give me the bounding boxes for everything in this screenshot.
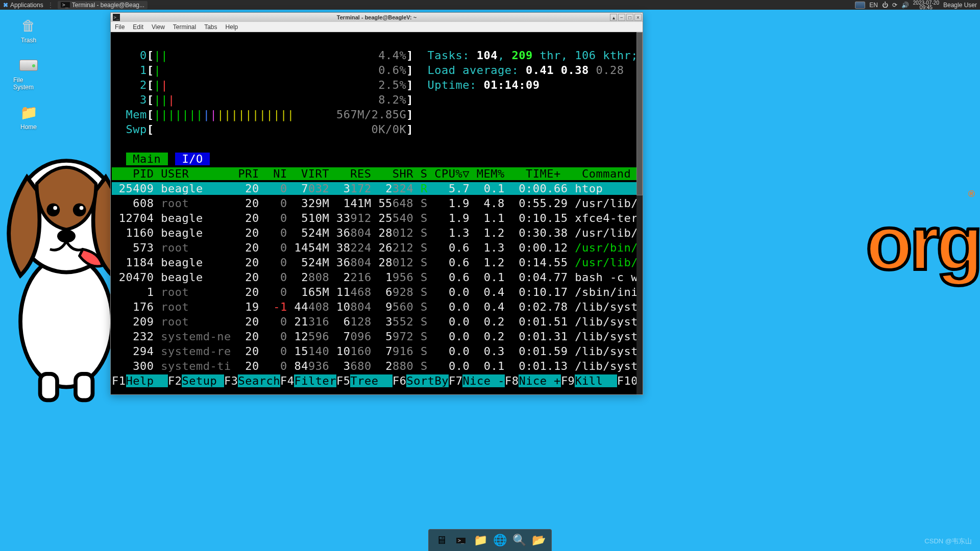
- desktop-icon-filesystem[interactable]: File System: [13, 56, 44, 91]
- window-title: Terminal - beagle@BeagleV: ~: [337, 14, 416, 20]
- top-panel: ✖ Applications ⋮ >_ Terminal - beagle@Be…: [0, 0, 980, 10]
- scrollbar[interactable]: [636, 32, 643, 394]
- terminal-icon: >_: [456, 538, 465, 543]
- terminal-icon: >_: [113, 14, 120, 21]
- time-label: 09:45: [913, 5, 939, 10]
- dock-show-desktop[interactable]: 🖥: [433, 532, 450, 549]
- dock-terminal[interactable]: >_: [452, 532, 470, 549]
- dock-file-manager[interactable]: 📁: [472, 532, 489, 549]
- taskbar-item-label: Terminal - beagle@Beag...: [72, 2, 144, 9]
- volume-icon[interactable]: 🔊: [901, 2, 909, 9]
- applications-menu[interactable]: ✖ Applications: [3, 2, 43, 9]
- menu-help[interactable]: Help: [226, 23, 238, 31]
- svg-point-2: [46, 204, 60, 217]
- svg-rect-7: [40, 374, 57, 400]
- menu-view[interactable]: View: [152, 23, 165, 31]
- power-icon[interactable]: ⏻: [882, 2, 888, 9]
- svg-point-6: [57, 230, 76, 243]
- drive-icon: [19, 56, 38, 74]
- panel-separator: ⋮: [47, 2, 54, 9]
- desktop-icon-label: Trash: [21, 37, 36, 44]
- user-menu[interactable]: Beagle User: [943, 2, 977, 9]
- window-minimize-button[interactable]: −: [618, 14, 625, 21]
- applications-label: Applications: [10, 2, 43, 9]
- dock-home-folder[interactable]: 📂: [530, 532, 547, 549]
- xfce-logo-icon: ✖: [3, 2, 8, 9]
- menu-file[interactable]: File: [115, 23, 125, 31]
- svg-point-5: [80, 206, 84, 210]
- menu-tabs[interactable]: Tabs: [204, 23, 217, 31]
- taskbar-item-terminal[interactable]: >_ Terminal - beagle@Beag...: [58, 1, 148, 9]
- trash-icon: 🗑: [19, 16, 38, 35]
- svg-point-0: [20, 256, 112, 387]
- tray-workspace-icon[interactable]: [855, 2, 865, 9]
- window-maximize-button[interactable]: □: [626, 14, 633, 21]
- desktop-icon-home[interactable]: 📁 Home: [13, 103, 44, 131]
- updates-icon[interactable]: ⟳: [892, 2, 897, 9]
- terminal-window: >_ Terminal - beagle@BeagleV: ~ ▴ − □ × …: [110, 12, 643, 395]
- watermark: CSDN @韦东山: [924, 537, 972, 546]
- desktop-icons: 🗑 Trash File System 📁 Home: [13, 16, 44, 131]
- window-titlebar[interactable]: >_ Terminal - beagle@BeagleV: ~ ▴ − □ ×: [111, 13, 643, 22]
- wallpaper-reg: ®: [968, 189, 975, 199]
- terminal-icon: >_: [61, 2, 70, 8]
- desktop-icon-label: Home: [20, 123, 37, 131]
- menu-edit[interactable]: Edit: [133, 23, 143, 31]
- svg-rect-8: [76, 374, 92, 400]
- svg-point-4: [73, 204, 86, 217]
- terminal-body[interactable]: 0[|| 4.4%] Tasks: 104, 209 thr, 106 kthr…: [111, 32, 643, 394]
- bottom-dock: 🖥 >_ 📁 🌐 🔍 📂: [428, 529, 552, 551]
- scrollbar-thumb[interactable]: [636, 32, 643, 195]
- desktop-icon-trash[interactable]: 🗑 Trash: [13, 16, 44, 44]
- terminal-menubar: File Edit View Terminal Tabs Help: [111, 22, 643, 32]
- menu-terminal[interactable]: Terminal: [173, 23, 196, 31]
- desktop-icon-label: File System: [13, 77, 44, 91]
- window-roll-button[interactable]: ▴: [610, 14, 617, 21]
- clock[interactable]: 2023-07-20 09:45: [913, 1, 939, 10]
- htop-output: 0[|| 4.4%] Tasks: 104, 209 thr, 106 kthr…: [112, 33, 643, 388]
- dock-app-finder[interactable]: 🔍: [510, 532, 528, 549]
- language-indicator[interactable]: EN: [869, 2, 878, 9]
- wallpaper-text: org: [866, 199, 980, 287]
- window-close-button[interactable]: ×: [634, 14, 642, 21]
- folder-icon: 📁: [19, 103, 38, 121]
- dock-web-browser[interactable]: 🌐: [491, 532, 508, 549]
- svg-point-3: [53, 206, 57, 210]
